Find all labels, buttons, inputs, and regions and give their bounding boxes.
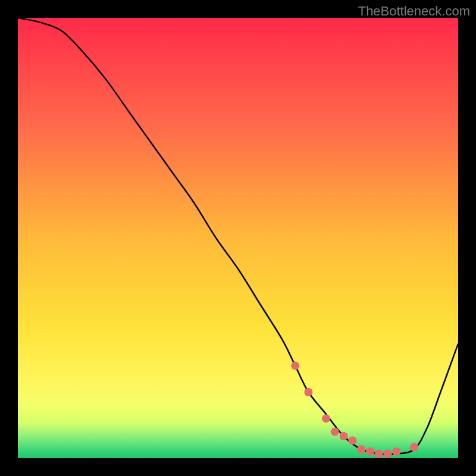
marker-dot [322,414,330,422]
marker-dot [304,388,312,396]
plot-area [18,18,458,458]
marker-dot [392,447,400,456]
marker-dot [366,447,374,456]
highlight-markers [291,362,418,458]
marker-dot [384,450,392,458]
marker-dot [340,432,348,440]
marker-dot [375,450,383,458]
curve-layer [18,18,458,458]
marker-dot [331,428,339,436]
marker-dot [348,436,356,444]
marker-dot [291,362,299,370]
bottleneck-curve [18,18,458,455]
watermark-text: TheBottleneck.com [358,4,470,19]
chart-container: TheBottleneck.com [0,0,476,476]
marker-dot [357,445,365,453]
marker-dot [410,443,418,452]
